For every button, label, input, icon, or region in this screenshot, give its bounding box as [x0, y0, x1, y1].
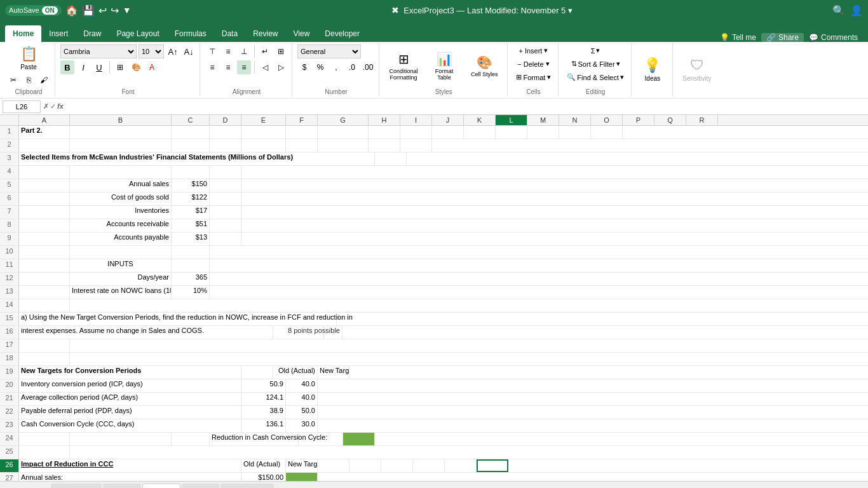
cell-l26[interactable]: [477, 459, 508, 472]
cell-a16[interactable]: interest expenses. Assume no change in S…: [19, 326, 273, 339]
cell-a8[interactable]: [19, 219, 70, 232]
cell-b8[interactable]: Accounts receivable: [70, 219, 172, 232]
borders-button[interactable]: ⊞: [113, 60, 127, 74]
cell-b9[interactable]: Accounts payable: [70, 233, 172, 245]
cell-d2[interactable]: [210, 139, 241, 152]
fx-icon[interactable]: fx: [57, 102, 64, 111]
cell-l2[interactable]: [400, 139, 432, 152]
cell-b13[interactable]: Interest rate on NOWC loans (10%): [70, 286, 172, 299]
cell-f27[interactable]: [286, 473, 318, 481]
sheet-nav-last[interactable]: ▶|: [37, 486, 47, 489]
font-family-select[interactable]: Cambria: [60, 44, 137, 58]
col-header-d[interactable]: D: [210, 115, 241, 125]
cell-b4[interactable]: [70, 166, 172, 179]
cell-l7[interactable]: [210, 206, 241, 219]
dropdown-arrow[interactable]: ▾: [568, 6, 573, 15]
cell-m1[interactable]: [527, 126, 559, 139]
autosum-button[interactable]: Σ ▾: [585, 44, 606, 57]
home-icon[interactable]: 🏠: [65, 4, 78, 17]
cell-k1[interactable]: [464, 126, 496, 139]
cell-a23[interactable]: Cash Conversion Cycle (CCC, days): [19, 419, 241, 432]
sensitivity-button[interactable]: 🛡 Sensitivity: [678, 55, 716, 85]
save-icon[interactable]: 💾: [82, 4, 95, 17]
cell-e2[interactable]: [241, 139, 286, 152]
cell-f20[interactable]: 40.0: [286, 379, 318, 392]
cell-l5[interactable]: [210, 179, 241, 192]
sheet-nav-first[interactable]: |◀: [3, 486, 13, 489]
cell-b11[interactable]: INPUTS: [70, 259, 172, 272]
underline-button[interactable]: U: [92, 60, 106, 74]
col-header-m[interactable]: M: [527, 115, 559, 125]
merge-button[interactable]: ⊞: [274, 44, 288, 58]
wrap-text-button[interactable]: ↵: [258, 44, 272, 58]
col-header-h[interactable]: H: [369, 115, 400, 125]
tab-view[interactable]: View: [286, 25, 318, 42]
cancel-formula-icon[interactable]: ✗: [43, 102, 49, 111]
align-right-button[interactable]: ≡: [237, 60, 251, 74]
col-header-n[interactable]: N: [559, 115, 591, 125]
italic-button[interactable]: I: [76, 60, 90, 74]
cell-n1[interactable]: [559, 126, 591, 139]
cell-c2[interactable]: [172, 139, 210, 152]
cell-a26[interactable]: Impact of Reduction in CCC: [19, 459, 241, 472]
cell-d1[interactable]: [210, 126, 241, 139]
comma-button[interactable]: ,: [329, 60, 343, 74]
insert-button[interactable]: + Insert ▾: [515, 44, 551, 57]
col-header-a[interactable]: A: [19, 115, 70, 125]
cell-a12[interactable]: [19, 273, 70, 285]
font-color-button[interactable]: A: [145, 60, 159, 74]
cell-b2[interactable]: [70, 139, 172, 152]
col-header-f[interactable]: F: [286, 115, 318, 125]
cell-a7[interactable]: [19, 206, 70, 219]
comments-button[interactable]: 💬Comments: [804, 33, 863, 42]
col-header-i[interactable]: I: [400, 115, 432, 125]
cell-c13[interactable]: 10%: [172, 286, 210, 299]
cell-a24[interactable]: [19, 433, 70, 445]
sheet-tab-part2[interactable]: Part 2: [142, 484, 181, 488]
align-bottom-button[interactable]: ⊥: [237, 44, 251, 58]
col-header-o[interactable]: O: [591, 115, 623, 125]
name-box[interactable]: [3, 100, 41, 113]
cell-c24[interactable]: [172, 433, 210, 445]
increase-font-button[interactable]: A↑: [166, 44, 180, 58]
col-header-r[interactable]: R: [686, 115, 718, 125]
cell-l3[interactable]: [375, 152, 407, 165]
col-header-q[interactable]: Q: [654, 115, 686, 125]
conditional-formatting-button[interactable]: ⊞ ConditionalFormatting: [384, 49, 423, 83]
cell-c10[interactable]: [172, 246, 210, 259]
fill-color-button[interactable]: 🎨: [129, 60, 143, 74]
cell-c9[interactable]: $13: [172, 233, 210, 245]
cell-d24[interactable]: Reduction in Cash Conversion Cycle:: [210, 433, 299, 445]
cell-f22[interactable]: 50.0: [286, 406, 318, 419]
cell-e24[interactable]: [299, 433, 343, 445]
cell-a25[interactable]: [19, 446, 70, 459]
cell-e1[interactable]: [241, 126, 286, 139]
cell-a6[interactable]: [19, 193, 70, 205]
confirm-formula-icon[interactable]: ✓: [50, 102, 56, 111]
cell-j26[interactable]: [413, 459, 445, 472]
sort-filter-button[interactable]: ⇅ Sort & Filter ▾: [568, 58, 623, 70]
redo-icon[interactable]: ↪: [111, 4, 119, 17]
cell-k26[interactable]: [445, 459, 477, 472]
cell-i1[interactable]: [400, 126, 432, 139]
cell-f1[interactable]: [286, 126, 318, 139]
cell-c12[interactable]: 365: [172, 273, 210, 285]
tab-formulas[interactable]: Formulas: [167, 25, 214, 42]
cell-h2[interactable]: [369, 139, 400, 152]
autosave-toggle[interactable]: AutoSave ON: [5, 5, 62, 16]
increase-decimal-button[interactable]: .0: [345, 60, 359, 74]
cell-b6[interactable]: Cost of goods sold: [70, 193, 172, 205]
cell-e22[interactable]: 38.9: [241, 406, 286, 419]
cell-a21[interactable]: Average collection period (ACP, days): [19, 393, 241, 405]
cut-button[interactable]: ✂: [6, 73, 20, 87]
cell-a11[interactable]: [19, 259, 70, 272]
cell-f2[interactable]: [286, 139, 318, 152]
tell-me[interactable]: 💡 Tell me: [715, 33, 761, 42]
sheet-tab-grading[interactable]: 🔒Grading: [220, 484, 273, 488]
cell-a17[interactable]: [19, 339, 70, 352]
cell-c1[interactable]: [172, 126, 210, 139]
cell-a19[interactable]: New Targets for Conversion Periods: [19, 366, 241, 379]
cell-i26[interactable]: [381, 459, 413, 472]
find-select-button[interactable]: 🔍 Find & Select ▾: [564, 71, 627, 83]
cell-l4[interactable]: [210, 166, 241, 179]
